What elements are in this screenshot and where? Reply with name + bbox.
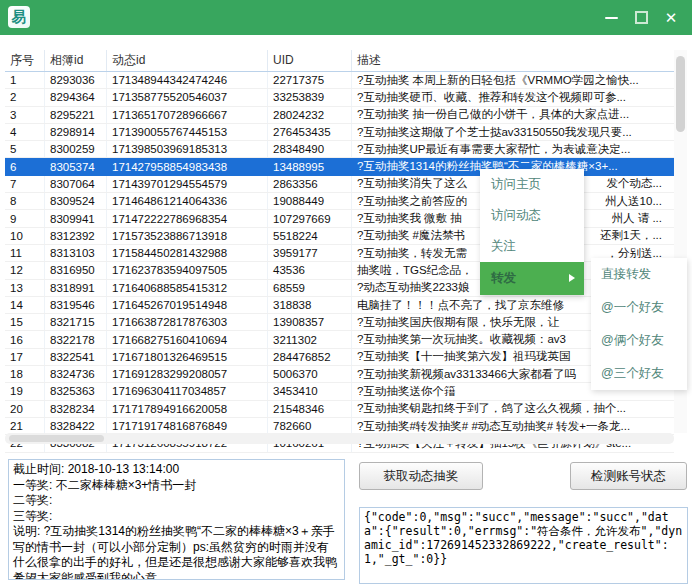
column-header-2[interactable]: 动态id [107, 50, 268, 71]
cell-album_id: 8309524 [45, 193, 107, 209]
cell-uid: 43536 [268, 262, 352, 278]
cell-uid: 3959177 [268, 245, 352, 261]
cell-album_id: 8322178 [45, 331, 107, 347]
column-header-1[interactable]: 相簿id [45, 50, 107, 71]
horizontal-scrollbar-thumb[interactable] [9, 435, 104, 442]
table-row[interactable]: 1983253631716963041170348573453410?互动抽奖送… [5, 383, 674, 400]
check-account-status-button[interactable]: 检测账号状态 [570, 462, 687, 490]
menu-item-0[interactable]: 访问主页 [480, 169, 584, 200]
cell-uid: 68559 [268, 280, 352, 296]
cell-no: 19 [5, 383, 45, 399]
cell-album_id: 8325363 [45, 383, 107, 399]
column-header-4[interactable]: 描述 [352, 50, 687, 71]
cell-album_id: 8321715 [45, 314, 107, 330]
cell-dynamic_id: 171668275160410694 [107, 331, 268, 347]
table-row[interactable]: 2829436417135877552054603733253839?互动抽奖硬… [5, 89, 674, 106]
cell-desc: ?互动抽奖 抽一份自己做的小饼干，具体的大家点进... [352, 107, 674, 123]
cell-uid: 107297669 [268, 210, 352, 226]
cell-album_id: 8322541 [45, 349, 107, 365]
minimize-icon [605, 17, 618, 19]
table-row[interactable]: 20832823417171789491662005821548346?互动抽奖… [5, 401, 674, 418]
submenu-item-3[interactable]: @三个好友 [591, 357, 687, 390]
cell-uid: 28024232 [268, 107, 352, 123]
cell-dynamic_id: 171671801326469515 [107, 349, 268, 365]
cell-uid: 284476852 [268, 349, 352, 365]
cell-no: 6 [5, 158, 45, 174]
cell-album_id: 8298914 [45, 124, 107, 140]
cell-album_id: 8300259 [45, 141, 107, 157]
cell-desc: ?互动抽奖#转发抽奖# #动态互动抽奖# 转发+一条龙... [352, 418, 674, 434]
submenu-item-1[interactable]: @一个好友 [591, 291, 687, 324]
result-json-textbox[interactable]: {"code":0,"msg":"succ","message":"succ",… [359, 507, 688, 584]
table-row[interactable]: 1883247361716912832992080575006370?互动抽奖新… [5, 366, 674, 383]
cell-dynamic_id: 171584450281432988 [107, 245, 268, 261]
close-button[interactable]: ✕ [656, 0, 686, 35]
cell-no: 18 [5, 366, 45, 382]
cell-no: 3 [5, 107, 45, 123]
cell-no: 14 [5, 297, 45, 313]
cell-album_id: 8328234 [45, 401, 107, 417]
cell-desc: ?互动抽奖UP最近有事需要大家帮忙，为表诚意决定... [352, 141, 674, 157]
table-row[interactable]: 178322541171671801326469515284476852?互动抽… [5, 349, 674, 366]
cell-no: 11 [5, 245, 45, 261]
cell-uid: 276453435 [268, 124, 352, 140]
menu-item-3[interactable]: 转发 [480, 262, 584, 295]
cell-dynamic_id: 171719174816876849 [107, 418, 268, 434]
cell-dynamic_id: 171439701294554579 [107, 176, 268, 192]
table-row[interactable]: 1829303617134894434247424622717375?互动抽奖 … [5, 72, 674, 89]
minimize-button[interactable] [596, 0, 626, 35]
cell-uid: 28348490 [268, 141, 352, 157]
cell-dynamic_id: 171691283299208057 [107, 366, 268, 382]
cell-no: 13 [5, 280, 45, 296]
cell-desc: ?互动抽奖 本周上新的日轻包括《VRMMO学园之愉快... [352, 72, 674, 88]
maximize-icon [635, 11, 648, 24]
submenu-arrow-icon [569, 274, 575, 282]
cell-no: 8 [5, 193, 45, 209]
cell-uid: 19088449 [268, 193, 352, 209]
cell-dynamic_id: 171623783594097505 [107, 262, 268, 278]
prize-info-textbox[interactable]: 截止时间: 2018-10-13 13:14:00 一等奖: 不二家棒棒糖×3+… [8, 459, 345, 580]
submenu-item-2[interactable]: @俩个好友 [591, 324, 687, 357]
cell-album_id: 8318991 [45, 280, 107, 296]
horizontal-scrollbar[interactable] [5, 433, 674, 444]
submenu-item-0[interactable]: 直接转发 [591, 258, 687, 291]
cell-no: 5 [5, 141, 45, 157]
cell-dynamic_id: 171464861214064336 [107, 193, 268, 209]
cell-uid: 33253839 [268, 89, 352, 105]
table-row[interactable]: 15832171517166387281787630313908357?互动抽奖… [5, 314, 674, 331]
cell-dynamic_id: 171427958854983438 [107, 158, 268, 174]
get-dynamic-lottery-button[interactable]: 获取动态抽奖 [359, 462, 483, 490]
cell-uid: 318838 [268, 297, 352, 313]
cell-dynamic_id: 171398503969185313 [107, 141, 268, 157]
cell-no: 7 [5, 176, 45, 192]
table-row[interactable]: 48298914171390055767445153276453435?互动抽奖… [5, 124, 674, 141]
cell-uid: 2863356 [268, 176, 352, 192]
menu-item-2[interactable]: 关注 [480, 231, 584, 262]
column-header-0[interactable]: 序号 [5, 50, 45, 71]
vertical-scrollbar-thumb[interactable] [676, 56, 685, 132]
table-row[interactable]: 1683221781716682751604106943211302?互动抽奖第… [5, 331, 674, 348]
table-row[interactable]: 5830025917139850396918531328348490?互动抽奖U… [5, 141, 674, 158]
cell-uid: 21548346 [268, 401, 352, 417]
cell-no: 1 [5, 72, 45, 88]
cell-dynamic_id: 171348944342474246 [107, 72, 268, 88]
maximize-button[interactable] [626, 0, 656, 35]
title-bar: 易 ✕ [0, 0, 692, 35]
cell-dynamic_id: 171358775520546037 [107, 89, 268, 105]
cell-no: 21 [5, 418, 45, 434]
cell-desc: ?互动抽奖硬币、收藏、推荐和转发这个视频即可参... [352, 89, 674, 105]
cell-album_id: 8293036 [45, 72, 107, 88]
column-header-3[interactable]: UID [268, 50, 352, 71]
app-window: 易 ✕ 序号相簿id动态idUID描述 18293036171348944342… [0, 0, 692, 587]
cell-uid: 13488995 [268, 158, 352, 174]
cell-uid: 5518224 [268, 228, 352, 244]
cell-no: 17 [5, 349, 45, 365]
table-row[interactable]: 3829522117136517072896666728024232?互动抽奖 … [5, 107, 674, 124]
cell-desc: ?互动抽奖钥匙扣终于到了，鸽了这么久视频，抽个... [352, 401, 674, 417]
menu-item-1[interactable]: 访问动态 [480, 200, 584, 231]
table-row[interactable]: 148319546171645267019514948318838电脑挂了！！！… [5, 297, 674, 314]
cell-desc: ?互动抽奖这期做了个芝士挞av33150550我发现只要... [352, 124, 674, 140]
cell-album_id: 8312392 [45, 228, 107, 244]
dynamics-table: 序号相簿id动态idUID描述 182930361713489443424742… [5, 50, 687, 444]
cell-album_id: 8309941 [45, 210, 107, 226]
